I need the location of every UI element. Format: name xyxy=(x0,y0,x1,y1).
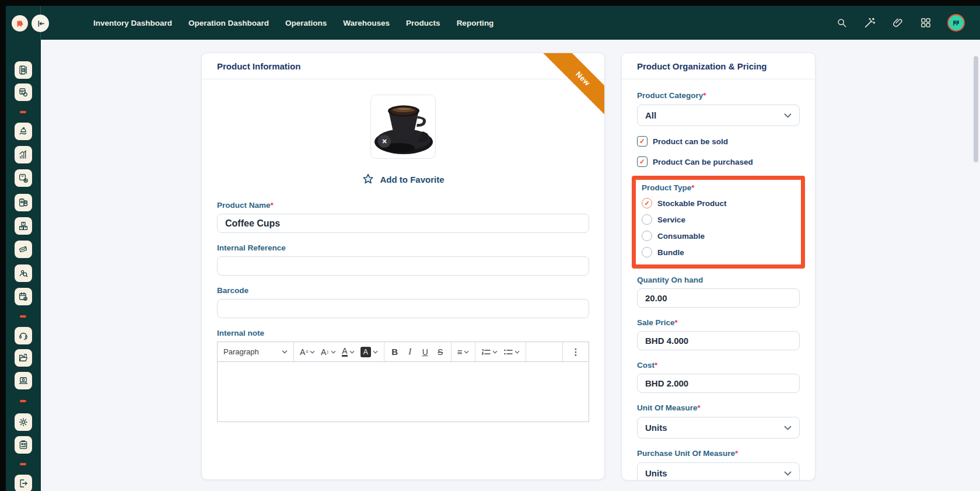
sidebar-item-calendar-check[interactable] xyxy=(15,288,32,305)
sidebar-collapse-button[interactable] xyxy=(32,15,49,32)
background-color-button[interactable]: A xyxy=(358,344,380,360)
sidebar-item-hand-serving[interactable] xyxy=(15,123,32,140)
barcode-label: Barcode xyxy=(217,286,589,295)
clipboard-calculator-icon xyxy=(18,197,29,208)
font-family-button[interactable]: A≡ xyxy=(298,344,317,360)
sidebar-item-support[interactable] xyxy=(15,327,32,344)
chevron-down-icon xyxy=(492,350,498,354)
boxes-icon xyxy=(18,221,29,231)
radio-unselected-icon xyxy=(642,214,652,225)
checkbox-checked-icon: ✓ xyxy=(637,156,648,167)
sidebar xyxy=(6,6,41,491)
chevron-down-icon xyxy=(514,350,520,354)
font-size-button[interactable]: A↕ xyxy=(318,344,338,360)
text-align-button[interactable]: ≡ xyxy=(455,344,472,360)
radio-bundle[interactable]: Bundle xyxy=(642,247,795,257)
purchase-unit-of-measure-select[interactable]: Units xyxy=(637,462,800,480)
barcode-input[interactable] xyxy=(217,299,589,318)
sidebar-divider xyxy=(20,111,26,113)
unit-of-measure-select[interactable]: Units xyxy=(637,417,800,438)
rich-text-toolbar: Paragraph A≡ A↕ A A B I U S ≡ xyxy=(217,342,589,362)
remove-image-button[interactable]: ✕ xyxy=(378,135,391,148)
sidebar-item-notebook-clock[interactable] xyxy=(15,61,32,79)
search-icon[interactable] xyxy=(835,16,848,29)
sidebar-item-card-terminal[interactable] xyxy=(15,241,32,258)
apps-grid-icon[interactable] xyxy=(919,16,932,29)
sidebar-item-clipboard-calculator[interactable] xyxy=(15,194,32,211)
coffee-cup-photo xyxy=(371,95,435,158)
required-asterisk: * xyxy=(703,91,706,100)
card-header: Product Information xyxy=(202,53,604,79)
sidebar-item-logout[interactable] xyxy=(15,475,32,491)
required-asterisk: * xyxy=(698,403,701,412)
radio-unselected-icon xyxy=(642,247,652,257)
strikethrough-button[interactable]: S xyxy=(433,344,447,360)
toolbar-more-button[interactable]: ⋮ xyxy=(569,344,583,360)
chevron-down-icon xyxy=(331,350,336,354)
growth-chart-icon xyxy=(18,149,29,160)
product-can-be-purchased-checkbox[interactable]: ✓ Product Can be purchased xyxy=(637,156,800,167)
bold-button[interactable]: B xyxy=(388,344,402,360)
internal-note-label: Internal note xyxy=(217,329,589,337)
bullet-list-button[interactable] xyxy=(501,344,522,360)
quantity-on-hand-input[interactable] xyxy=(637,288,800,308)
sidebar-item-documents[interactable] xyxy=(15,349,32,367)
required-asterisk: * xyxy=(675,318,678,327)
required-asterisk: * xyxy=(271,201,274,210)
top-navigation: Inventory Dashboard Operation Dashboard … xyxy=(41,6,980,40)
required-asterisk: * xyxy=(654,361,657,370)
paragraph-style-dropdown[interactable]: Paragraph xyxy=(221,344,290,360)
sidebar-item-user-search[interactable] xyxy=(15,264,32,282)
nav-item-reporting[interactable]: Reporting xyxy=(457,19,494,27)
chevron-down-icon xyxy=(310,350,315,354)
font-color-button[interactable]: A xyxy=(340,344,356,360)
sidebar-item-pos[interactable] xyxy=(15,372,32,389)
product-can-be-sold-checkbox[interactable]: ✓ Product can be sold xyxy=(637,136,800,147)
main-content: Product Information New ✕ xyxy=(41,40,980,491)
product-type-label: Product Type* xyxy=(642,183,795,192)
internal-note-editor[interactable] xyxy=(217,362,589,422)
radio-service[interactable]: Service xyxy=(642,214,795,225)
vertical-scrollbar[interactable] xyxy=(974,56,978,162)
chevron-down-icon xyxy=(373,350,378,354)
product-image: ✕ xyxy=(370,95,436,159)
underline-button[interactable]: U xyxy=(418,344,432,360)
nav-item-operation-dashboard[interactable]: Operation Dashboard xyxy=(188,19,269,27)
chevron-down-icon xyxy=(349,350,355,354)
sidebar-item-growth-chart[interactable] xyxy=(15,146,32,163)
sidebar-item-settings[interactable] xyxy=(15,413,32,431)
nav-item-warehouses[interactable]: Warehouses xyxy=(343,19,390,27)
sidebar-item-boxes[interactable] xyxy=(15,217,32,235)
add-to-favorite-button[interactable]: Add to Favorite xyxy=(217,173,589,186)
product-information-card: Product Information New ✕ xyxy=(201,53,605,480)
internal-reference-input[interactable] xyxy=(217,256,589,276)
magic-wand-icon[interactable] xyxy=(863,16,876,29)
sidebar-divider xyxy=(20,315,26,318)
radio-consumable[interactable]: Consumable xyxy=(642,231,795,241)
paperclip-icon[interactable] xyxy=(891,16,904,29)
sidebar-item-employee-card[interactable] xyxy=(15,436,32,454)
cost-input[interactable] xyxy=(637,374,800,393)
chevron-down-icon xyxy=(464,350,469,354)
nav-item-inventory-dashboard[interactable]: Inventory Dashboard xyxy=(93,19,172,27)
user-avatar[interactable] xyxy=(947,14,965,32)
id-clipboard-icon xyxy=(18,440,29,450)
product-name-input[interactable] xyxy=(217,214,589,233)
scale-add-icon xyxy=(18,173,29,183)
notebook-clock-icon xyxy=(18,65,29,75)
sidebar-item-scale-add[interactable] xyxy=(15,169,32,187)
product-category-select[interactable]: All xyxy=(637,105,800,126)
nav-item-operations[interactable]: Operations xyxy=(285,19,327,27)
radio-selected-icon: ✓ xyxy=(642,198,652,208)
calculator-coin-icon xyxy=(18,87,29,97)
nav-item-products[interactable]: Products xyxy=(406,19,440,27)
radio-stockable-product[interactable]: ✓ Stockable Product xyxy=(642,198,795,208)
logout-icon xyxy=(18,478,29,489)
required-asterisk: * xyxy=(735,449,738,458)
ordered-list-button[interactable] xyxy=(479,344,500,360)
app-logo[interactable] xyxy=(12,15,28,32)
sale-price-input[interactable] xyxy=(637,331,800,350)
italic-button[interactable]: I xyxy=(403,344,417,360)
product-organization-pricing-card: Product Organization & Pricing Product C… xyxy=(621,53,816,480)
sidebar-item-calculator[interactable] xyxy=(15,83,32,101)
